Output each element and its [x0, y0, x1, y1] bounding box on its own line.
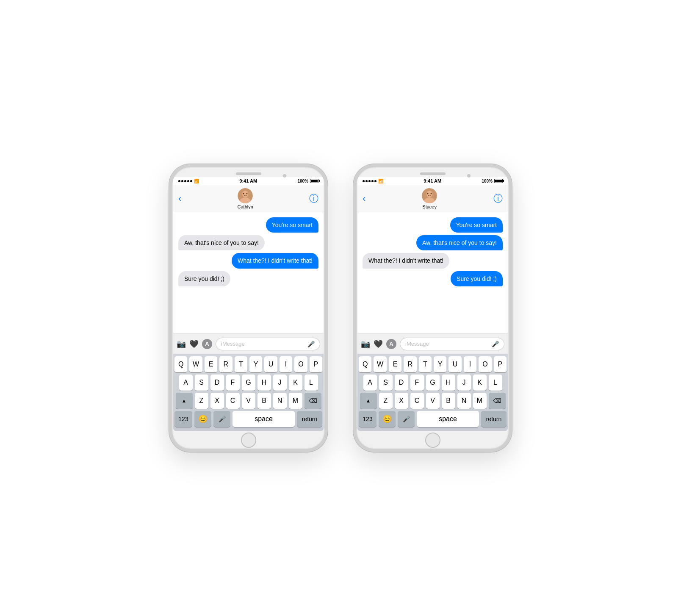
key-emoji[interactable]: 😊 [194, 411, 211, 427]
camera-icon-left[interactable]: 📷 [177, 339, 186, 349]
info-button-left[interactable]: ⓘ [309, 192, 318, 205]
battery-fill-left [311, 180, 318, 182]
key-space-r[interactable]: space [417, 411, 479, 427]
key-K[interactable]: K [289, 375, 302, 391]
signal-left: 📶 [178, 179, 199, 183]
key-shift-r[interactable]: ▲ [360, 393, 377, 409]
key-C-r[interactable]: C [410, 393, 424, 409]
key-delete[interactable]: ⌫ [305, 393, 321, 409]
key-E-r[interactable]: E [389, 356, 401, 372]
key-emoji-r[interactable]: 😊 [379, 411, 396, 427]
key-delete-r[interactable]: ⌫ [489, 393, 506, 409]
key-row-2-right: A S D F G H J K L [359, 375, 507, 391]
home-button-right[interactable] [357, 432, 509, 449]
top-bar-right [357, 167, 509, 176]
key-T[interactable]: T [235, 356, 247, 372]
appstore-icon-right[interactable]: A [386, 339, 396, 349]
key-A[interactable]: A [179, 375, 193, 391]
key-L[interactable]: L [305, 375, 318, 391]
key-P-r[interactable]: P [494, 356, 507, 372]
key-return-r[interactable]: return [481, 411, 507, 427]
key-D[interactable]: D [210, 375, 224, 391]
key-P[interactable]: P [310, 356, 322, 372]
key-N[interactable]: N [273, 393, 287, 409]
appstore-icon-left[interactable]: A [202, 339, 212, 349]
battery-pct-left: 100% [297, 179, 308, 183]
key-Y[interactable]: Y [249, 356, 262, 372]
key-G[interactable]: G [242, 375, 255, 391]
avatar-right [422, 188, 437, 203]
key-B[interactable]: B [257, 393, 271, 409]
key-X[interactable]: X [210, 393, 224, 409]
info-button-right[interactable]: ⓘ [493, 192, 503, 205]
key-F-r[interactable]: F [410, 375, 424, 391]
nav-bar-left: ‹ Cathlyn ⓘ [173, 185, 324, 212]
key-V[interactable]: V [242, 393, 255, 409]
key-I[interactable]: I [280, 356, 292, 372]
key-return[interactable]: return [297, 411, 322, 427]
battery-fill-right [495, 180, 502, 182]
svg-point-9 [431, 193, 432, 194]
home-button-left[interactable] [172, 432, 324, 449]
key-I-r[interactable]: I [464, 356, 476, 372]
key-S[interactable]: S [195, 375, 208, 391]
key-G-r[interactable]: G [426, 375, 440, 391]
key-R[interactable]: R [219, 356, 232, 372]
key-T-r[interactable]: T [419, 356, 432, 372]
screen-right: 📶 9:41 AM 100% ‹ [357, 177, 508, 431]
key-B-r[interactable]: B [442, 393, 455, 409]
key-Q-r[interactable]: Q [359, 356, 371, 372]
key-H[interactable]: H [257, 375, 271, 391]
key-shift[interactable]: ▲ [176, 393, 193, 409]
key-H-r[interactable]: H [442, 375, 455, 391]
key-A-r[interactable]: A [363, 375, 377, 391]
key-L-r[interactable]: L [489, 375, 502, 391]
key-R-r[interactable]: R [404, 356, 416, 372]
back-button-left[interactable]: ‹ [178, 193, 181, 204]
key-O-r[interactable]: O [479, 356, 491, 372]
key-Z-r[interactable]: Z [379, 393, 393, 409]
key-U[interactable]: U [264, 356, 277, 372]
mic-icon-left[interactable]: 🎤 [307, 341, 315, 347]
back-button-right[interactable]: ‹ [363, 193, 365, 204]
key-W-r[interactable]: W [374, 356, 386, 372]
imessage-input-right[interactable]: iMessage 🎤 [400, 338, 504, 350]
key-row-3-right: ▲ Z X C V B N M ⌫ [359, 393, 507, 409]
key-numbers-r[interactable]: 123 [359, 411, 376, 427]
battery-right: 100% [482, 179, 503, 183]
key-F[interactable]: F [226, 375, 240, 391]
key-J-r[interactable]: J [457, 375, 471, 391]
key-numbers[interactable]: 123 [174, 411, 192, 427]
key-S-r[interactable]: S [379, 375, 393, 391]
key-mic-r[interactable]: 🎤 [398, 411, 415, 427]
dot1 [178, 180, 180, 182]
key-N-r[interactable]: N [457, 393, 471, 409]
key-mic[interactable]: 🎤 [213, 411, 230, 427]
key-space[interactable]: space [233, 411, 295, 427]
battery-pct-right: 100% [482, 179, 493, 183]
key-K-r[interactable]: K [473, 375, 487, 391]
key-X-r[interactable]: X [395, 393, 408, 409]
key-E[interactable]: E [205, 356, 217, 372]
status-bar-left: 📶 9:41 AM 100% [173, 177, 324, 185]
key-U-r[interactable]: U [448, 356, 461, 372]
key-J[interactable]: J [273, 375, 287, 391]
key-M-r[interactable]: M [473, 393, 487, 409]
key-D-r[interactable]: D [395, 375, 408, 391]
key-Q[interactable]: Q [174, 356, 187, 372]
imessage-placeholder-right: iMessage [405, 341, 429, 347]
imessage-input-left[interactable]: iMessage 🎤 [216, 338, 320, 350]
heart-icon-left[interactable]: 🖤 [189, 339, 199, 349]
key-V-r[interactable]: V [426, 393, 440, 409]
key-M[interactable]: M [289, 393, 302, 409]
mic-icon-right[interactable]: 🎤 [492, 341, 499, 347]
key-row-1-left: Q W E R T Y U I O P [174, 356, 322, 372]
wifi-icon-right: 📶 [378, 179, 383, 183]
heart-icon-right[interactable]: 🖤 [374, 339, 383, 349]
camera-icon-right[interactable]: 📷 [361, 339, 370, 349]
key-O[interactable]: O [294, 356, 307, 372]
key-C[interactable]: C [226, 393, 240, 409]
key-Z[interactable]: Z [195, 393, 208, 409]
key-Y-r[interactable]: Y [434, 356, 446, 372]
key-W[interactable]: W [189, 356, 202, 372]
